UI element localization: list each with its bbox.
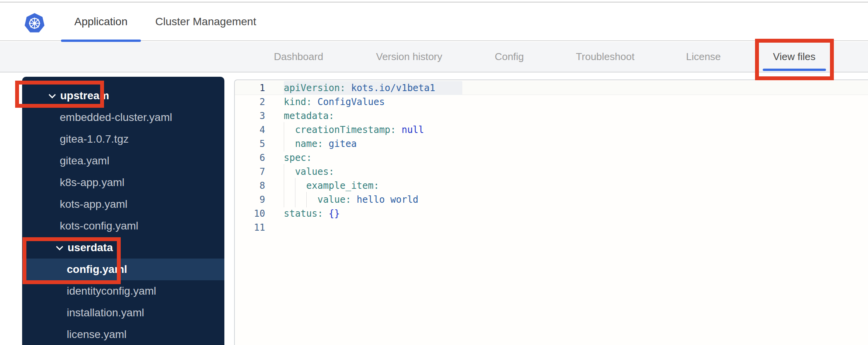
code-text: spec: xyxy=(284,151,312,165)
tree-file-embedded-cluster-yaml[interactable]: embedded-cluster.yaml xyxy=(22,107,224,128)
yaml-editor[interactable]: 1apiVersion: kots.io/v1beta12kind: Confi… xyxy=(234,79,868,345)
line-number: 9 xyxy=(235,193,265,207)
tab-label: Application xyxy=(75,16,128,28)
token-val: kots.io/v1beta1 xyxy=(351,83,435,93)
token-punc: : xyxy=(373,180,379,191)
code-text: status: {} xyxy=(284,207,340,221)
indent-guide xyxy=(284,136,284,152)
tree-item-label: config.yaml xyxy=(67,263,127,276)
token-key: status xyxy=(284,208,318,219)
code-line[interactable]: 9 value: hello world xyxy=(235,193,868,207)
subnav-item-dashboard[interactable]: Dashboard xyxy=(274,42,323,72)
subnav-item-label: Troubleshoot xyxy=(576,51,635,63)
code-text: kind: ConfigValues xyxy=(284,95,385,109)
line-number: 8 xyxy=(235,179,265,193)
token-key: values xyxy=(295,166,329,177)
token-kw: null xyxy=(401,124,424,135)
token-punc: : xyxy=(329,110,334,121)
tree-file-installation-yaml[interactable]: installation.yaml xyxy=(22,302,224,324)
code-line[interactable]: 6spec: xyxy=(235,151,868,165)
subnav-item-config[interactable]: Config xyxy=(495,42,524,72)
tree-item-label: gitea-1.0.7.tgz xyxy=(60,133,128,145)
code-line[interactable]: 7 values: xyxy=(235,165,868,179)
code-line[interactable]: 3metadata: xyxy=(235,109,868,123)
kots-admin-console: ApplicationCluster Management DashboardV… xyxy=(0,0,868,345)
tree-item-label: k8s-app.yaml xyxy=(60,176,125,189)
chevron-down-icon xyxy=(56,243,63,250)
line-number: 5 xyxy=(235,137,265,151)
token-punc: : xyxy=(340,83,351,93)
tree-item-label: embedded-cluster.yaml xyxy=(60,111,172,124)
subnav-item-label: Config xyxy=(495,51,524,63)
subnav-item-label: Dashboard xyxy=(274,51,323,63)
code-text: name: gitea xyxy=(284,137,357,151)
token-punc: : xyxy=(306,97,318,107)
tree-file-identityconfig-yaml[interactable]: identityconfig.yaml xyxy=(22,280,224,302)
tree-item-label: kots-config.yaml xyxy=(60,220,138,232)
code-line[interactable]: 4 creationTimestamp: null xyxy=(235,123,868,137)
tree-file-kots-app-yaml[interactable]: kots-app.yaml xyxy=(22,193,224,215)
indent-guide xyxy=(295,192,295,207)
file-tree: upstreamembedded-cluster.yamlgitea-1.0.7… xyxy=(22,77,224,345)
code-line[interactable]: 8 example_item: xyxy=(235,179,868,193)
token-punc: : xyxy=(318,138,329,149)
token-kw: {} xyxy=(329,208,340,219)
code-text: apiVersion: kots.io/v1beta1 xyxy=(284,81,462,95)
indent-guide xyxy=(284,178,284,193)
code-text: example_item: xyxy=(284,179,379,193)
tab-cluster-management[interactable]: Cluster Management xyxy=(136,3,276,40)
tree-file-gitea-1-0-7-tgz[interactable]: gitea-1.0.7.tgz xyxy=(22,128,224,150)
code-text: value: hello world xyxy=(284,193,418,207)
token-key: spec xyxy=(284,152,306,163)
tree-item-label: userdata xyxy=(68,242,113,254)
line-number: 6 xyxy=(235,151,265,165)
tree-file-kots-config-yaml[interactable]: kots-config.yaml xyxy=(22,215,224,237)
indent-guide xyxy=(284,164,284,179)
chevron-down-icon xyxy=(49,91,56,98)
line-number: 11 xyxy=(235,221,265,235)
subnav-item-troubleshoot[interactable]: Troubleshoot xyxy=(576,42,635,72)
line-number: 4 xyxy=(235,123,265,137)
token-val: ConfigValues xyxy=(318,97,385,107)
subnav-item-license[interactable]: License xyxy=(686,42,721,72)
token-key: value xyxy=(318,194,345,205)
active-subnav-indicator xyxy=(762,69,826,71)
tree-item-label: kots-app.yaml xyxy=(60,198,127,210)
tree-folder-upstream[interactable]: upstream xyxy=(22,85,224,107)
tree-file-gitea-yaml[interactable]: gitea.yaml xyxy=(22,150,224,172)
subnav-item-label: License xyxy=(686,51,721,63)
code-line[interactable]: 1apiVersion: kots.io/v1beta1 xyxy=(235,81,868,95)
code-line[interactable]: 11 xyxy=(235,221,868,235)
token-key: apiVersion xyxy=(284,83,340,93)
line-number: 1 xyxy=(235,81,265,95)
tree-item-label: installation.yaml xyxy=(67,307,144,319)
subnav-item-view-files[interactable]: View files xyxy=(773,42,815,72)
subnav-item-version-history[interactable]: Version history xyxy=(376,42,443,72)
code-line[interactable]: 2kind: ConfigValues xyxy=(235,95,868,109)
token-punc: : xyxy=(345,194,357,205)
tree-file-license-yaml[interactable]: license.yaml xyxy=(22,324,224,345)
line-number: 7 xyxy=(235,165,265,179)
token-punc: : xyxy=(329,166,334,177)
indent-guide xyxy=(295,178,295,193)
token-val: gitea xyxy=(329,138,357,149)
app-subnav: DashboardVersion historyConfigTroublesho… xyxy=(0,42,868,72)
code-text: creationTimestamp: null xyxy=(284,123,424,137)
token-key: creationTimestamp xyxy=(295,124,391,135)
token-val: hello world xyxy=(357,194,418,205)
code-text: values: xyxy=(284,165,334,179)
tree-item-label: identityconfig.yaml xyxy=(67,285,156,297)
tree-item-label: license.yaml xyxy=(67,328,127,341)
tree-file-config-yaml[interactable]: config.yaml xyxy=(22,259,224,280)
token-key: metadata xyxy=(284,110,329,121)
indent-guide xyxy=(284,122,284,138)
tree-folder-userdata[interactable]: userdata xyxy=(22,237,224,259)
code-line[interactable]: 10status: {} xyxy=(235,207,868,221)
tree-file-k8s-app-yaml[interactable]: k8s-app.yaml xyxy=(22,172,224,193)
tree-item-label: gitea.yaml xyxy=(60,155,109,167)
token-key: kind xyxy=(284,97,306,107)
token-punc: : xyxy=(318,208,329,219)
tree-item-label: upstream xyxy=(60,90,109,102)
code-line[interactable]: 5 name: gitea xyxy=(235,137,868,151)
indent-guide xyxy=(284,192,284,207)
